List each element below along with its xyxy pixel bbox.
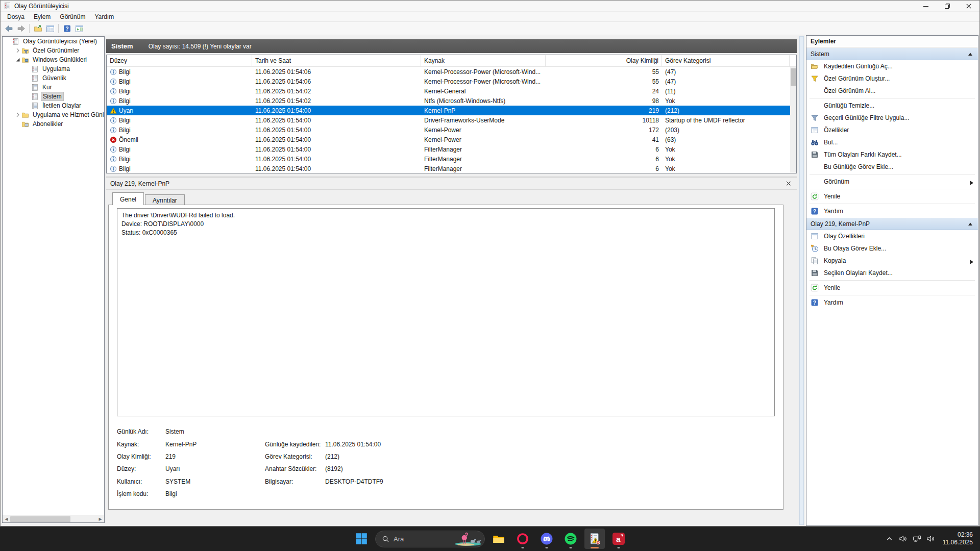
event-row[interactable]: Bilgi11.06.2025 01:54:06Kernel-Processor… [107,67,796,77]
column-header-gorev-kategorisi[interactable]: Görev Kategorisi [662,55,790,66]
menu-eylem[interactable]: Eylem [29,12,55,21]
toolbar-export-button[interactable] [32,23,44,34]
event-fields: Günlük Adı:SistemKaynak:Kernel-PnPGünlüğ… [117,425,383,500]
search-input[interactable] [394,535,445,543]
toolbar-console-button[interactable] [44,23,56,34]
tree-item-iletilen-olaylar[interactable]: İletilen Olaylar [3,101,104,110]
action-label: Kopyala [824,257,846,264]
close-details-button[interactable] [783,179,793,188]
action-bu-olaya-gorev-ekle[interactable]: Bu Olaya Görev Ekle... [806,242,978,255]
tree-item-uygulama[interactable]: Uygulama [3,64,104,73]
pane-splitter[interactable] [797,35,806,526]
menu-gorunum[interactable]: Görünüm [55,12,90,21]
action-yenile[interactable]: Yenile [806,190,978,203]
chevron-right-icon[interactable] [14,111,21,118]
help-icon: ? [811,298,819,307]
tray-speaker-button[interactable] [924,530,938,548]
start-button[interactable] [351,529,372,549]
action-secilen-olaylari-kaydet[interactable]: Seçilen Olayları Kaydet... [806,267,978,279]
tree-item-olay-goruntuleyicisi-yerel[interactable]: Olay Görüntüleyicisi (Yerel) [3,37,104,46]
action-bul[interactable]: Bul... [806,136,978,148]
scroll-right-icon[interactable]: ▶ [96,515,104,523]
taskbar-spotify[interactable] [560,529,581,549]
column-header-kaynak[interactable]: Kaynak [421,55,546,66]
event-row[interactable]: Bilgi11.06.2025 01:54:00FilterManager6Yo… [107,144,796,154]
actions-separator [810,174,975,174]
taskbar-discord[interactable] [536,529,557,549]
tray-speaker-button[interactable] [896,530,910,548]
collapse-section-icon[interactable] [967,51,974,58]
action-gorunum[interactable]: Görünüm [806,176,978,188]
taskbar-search[interactable] [375,531,485,547]
taskbar-event-viewer[interactable] [584,529,605,549]
column-header-tarih-ve-saat[interactable]: Tarih ve Saat [252,55,421,66]
info-icon [110,127,117,134]
event-row[interactable]: Önemli11.06.2025 01:54:00Kernel-Power41(… [107,135,796,144]
copy-icon [811,257,819,265]
action-ozellikler[interactable]: Özellikler [806,124,978,136]
toolbar-helpblue-button[interactable]: ? [61,23,73,34]
tab-genel[interactable]: Genel [112,192,144,205]
event-message[interactable]: The driver \Driver\WUDFRd failed to load… [117,208,775,416]
toolbar-actionpane-button[interactable] [73,23,85,34]
amd-software-icon: a [612,533,625,545]
toolbar-forward-button[interactable] [15,23,27,34]
restore-button[interactable] [937,1,958,12]
action-gecerli-gunluge-filtre-uygula[interactable]: Geçerli Günlüğe Filtre Uygula... [806,112,978,124]
actions-section-olay-219-kernel-pnp[interactable]: Olay 219, Kernel-PnP [806,217,978,230]
action-ozel-gorunum-olustur[interactable]: Özel Görünüm Oluştur... [806,72,978,85]
event-row[interactable]: Uyarı11.06.2025 01:54:00Kernel-PnP219(21… [107,106,796,115]
search-highlight-image[interactable] [454,532,482,546]
event-level: Uyarı [119,107,134,114]
toolbar-back-button[interactable] [3,23,15,34]
chevron-down-icon[interactable] [14,56,21,63]
taskbar-opera-gx[interactable] [512,529,533,549]
menu-yardim[interactable]: Yardım [90,12,118,21]
scrollbar-thumb[interactable] [10,516,70,522]
scroll-left-icon[interactable]: ◀ [3,515,10,523]
action-olay-ozellikleri[interactable]: Olay Özellikleri [806,230,978,242]
action-yardim[interactable]: ?Yardım [806,296,978,309]
tree-item-sistem[interactable]: Sistem [3,92,104,101]
event-task-category: (11) [662,88,796,95]
info-icon [110,146,117,153]
column-header-olay-kimligi[interactable]: Olay Kimliği [546,55,662,66]
action-kaydedilen-gunlugu-ac[interactable]: Kaydedilen Günlüğü Aç... [806,60,978,72]
tree-item-windows-gunlukleri[interactable]: Windows Günlükleri [3,55,104,64]
event-row[interactable]: Bilgi11.06.2025 01:54:00FilterManager6Yo… [107,154,796,164]
collapse-section-icon[interactable] [967,220,974,228]
tree-horizontal-scrollbar[interactable]: ◀ ▶ [3,515,104,522]
action-bu-gunluge-gorev-ekle[interactable]: Bu Günlüğe Görev Ekle... [806,161,978,173]
action-yenile[interactable]: Yenile [806,282,978,294]
tree-item-uygulama-ve-hizmet-gunluk[interactable]: Uygulama ve Hizmet Günlük [3,110,104,119]
event-row[interactable]: Bilgi11.06.2025 01:54:02Ntfs (Microsoft-… [107,96,796,106]
event-list-scrollbar[interactable] [790,67,796,173]
event-row[interactable]: Bilgi11.06.2025 01:54:00FilterManager6Yo… [107,164,796,173]
taskbar-amd-software[interactable]: a [608,529,629,549]
clock[interactable]: 02:36 11.06.2025 [940,531,977,546]
tray-ethernet-button[interactable] [910,530,924,548]
action-gunlugu-temizle[interactable]: Günlüğü Temizle... [806,99,978,112]
menu-dosya[interactable]: Dosya [3,12,29,21]
action-ozel-gorunum-al[interactable]: Özel Görünüm Al... [806,85,978,97]
action-yardim[interactable]: ?Yardım [806,205,978,217]
column-header-duzey[interactable]: Düzey [107,55,252,66]
event-row[interactable]: Bilgi11.06.2025 01:54:00Kernel-Power172(… [107,125,796,135]
tree-item-abonelikler[interactable]: Abonelikler [3,119,104,129]
tray-chevron-up-button[interactable] [883,530,896,548]
action-kopyala[interactable]: Kopyala [806,255,978,267]
actions-section-sistem[interactable]: Sistem [806,47,978,60]
minimize-button[interactable] [915,1,937,12]
tree-item-guvenlik[interactable]: Güvenlik [3,73,104,83]
taskbar-file-explorer[interactable] [488,529,509,549]
tree-item-ozel-gorunumler[interactable]: Özel Görünümler [3,46,104,55]
action-tum-olaylari-farkli-kaydet[interactable]: Tüm Olayları Farklı Kaydet... [806,148,978,161]
event-task-category: Yok [662,165,796,172]
event-row[interactable]: Bilgi11.06.2025 01:54:06Kernel-Processor… [107,77,796,86]
chevron-right-icon[interactable] [14,47,21,54]
close-button[interactable] [958,1,979,12]
tree-item-kur[interactable]: Kur [3,83,104,92]
event-row[interactable]: Bilgi11.06.2025 01:54:02Kernel-General24… [107,86,796,96]
scrollbar-thumb[interactable] [791,68,796,86]
event-row[interactable]: Bilgi11.06.2025 01:54:00DriverFrameworks… [107,115,796,125]
